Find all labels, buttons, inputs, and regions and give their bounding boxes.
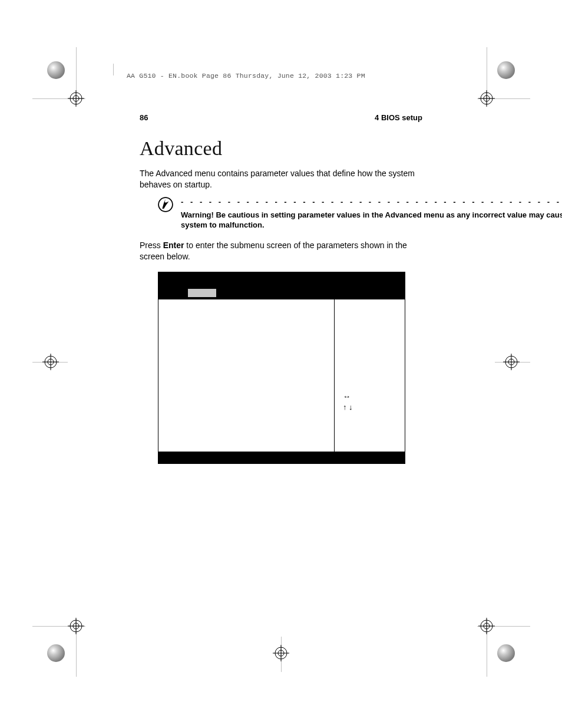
enter-key-label: Enter	[163, 241, 184, 250]
warning-message: Be cautious in setting parameter values …	[181, 210, 562, 230]
page-title: Advanced	[140, 137, 422, 160]
source-file-tag: AA G510 - EN.book Page 86 Thursday, June…	[127, 72, 365, 80]
bios-tab-row	[158, 289, 405, 299]
page-number: 86	[140, 113, 148, 122]
bios-help-panel: ↔ ↑ ↓	[334, 299, 405, 452]
intro-paragraph: The Advanced menu contains parameter val…	[140, 168, 422, 190]
bios-title-bar	[158, 272, 405, 289]
dotted-rule: - - - - - - - - - - - - - - - - - - - - …	[181, 197, 562, 206]
crop-line	[32, 626, 85, 627]
reg-ball-tl	[47, 61, 65, 79]
crop-line	[32, 98, 85, 99]
running-head: 86 4 BIOS setup	[140, 113, 422, 122]
crop-line	[477, 98, 530, 99]
bios-body: ↔ ↑ ↓	[158, 299, 405, 452]
reg-ball-br	[497, 644, 515, 662]
crop-line	[487, 47, 487, 105]
reg-ball-tr	[497, 61, 515, 79]
crop-line	[32, 362, 68, 363]
text-prefix: Press	[140, 241, 163, 250]
bios-footer-bar	[158, 452, 405, 463]
warning-icon	[157, 196, 174, 230]
bios-screenshot: ↔ ↑ ↓	[158, 272, 405, 464]
warning-text: Warning! Be cautious in setting paramete…	[181, 210, 562, 230]
section-label: 4 BIOS setup	[375, 113, 422, 122]
warning-block: - - - - - - - - - - - - - - - - - - - - …	[157, 197, 422, 230]
reg-ball-bl	[47, 644, 65, 662]
crop-line	[113, 64, 114, 75]
crop-line	[495, 362, 530, 363]
arrow-horizontal-icon: ↔	[343, 391, 353, 402]
crop-line	[487, 619, 487, 677]
crop-line	[477, 626, 530, 627]
arrow-vertical-icon: ↑ ↓	[343, 402, 353, 413]
bios-tab-advanced	[188, 289, 216, 297]
nav-arrows: ↔ ↑ ↓	[343, 391, 353, 413]
warning-label: Warning!	[181, 210, 216, 219]
crop-line	[76, 619, 77, 677]
enter-instruction: Press Enter to enter the submenu screen …	[140, 240, 422, 262]
crop-line	[76, 47, 77, 105]
crop-line	[281, 637, 282, 672]
page-content: 86 4 BIOS setup Advanced The Advanced me…	[140, 113, 422, 269]
bios-main-panel	[158, 299, 334, 452]
